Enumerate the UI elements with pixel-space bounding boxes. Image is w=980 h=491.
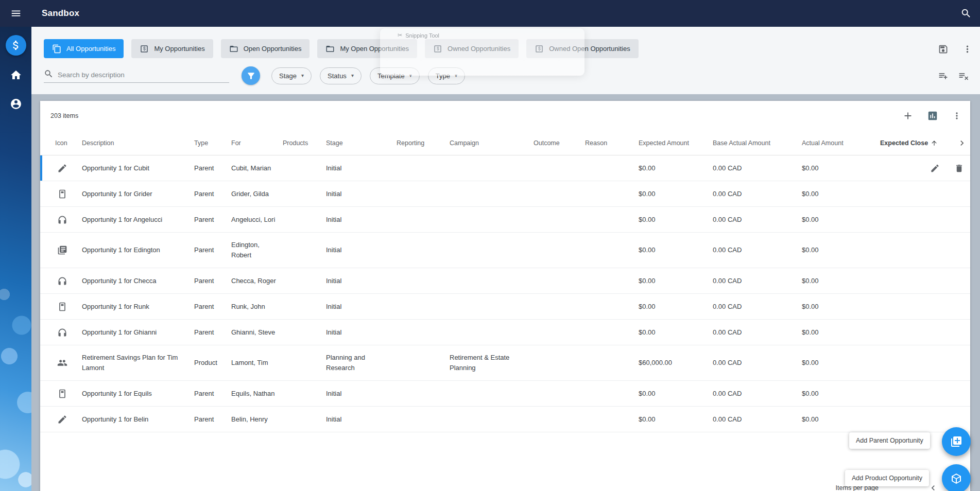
opportunity-row[interactable]: Retirement Savings Plan for Tim LamontPr… xyxy=(40,345,970,381)
app-title: Sandbox xyxy=(42,8,79,19)
clear-filters-button[interactable] xyxy=(958,71,969,81)
cell-reporting xyxy=(397,161,450,176)
cell-reporting xyxy=(397,387,450,401)
view-tab-owned-open-opportunities[interactable]: Owned Open Opportunities xyxy=(526,39,639,58)
delete-row-button[interactable] xyxy=(954,163,964,173)
column-header-products[interactable]: Products xyxy=(283,139,326,147)
cell-products xyxy=(283,300,326,314)
cell-type: Parent xyxy=(194,294,231,319)
column-header-type[interactable]: Type xyxy=(194,139,231,147)
column-header-for[interactable]: For xyxy=(231,139,283,147)
opportunity-row[interactable]: Opportunity 1 for EquilsParentEquils, Na… xyxy=(40,381,970,407)
home-nav-button[interactable] xyxy=(7,66,25,84)
add-filter-button[interactable] xyxy=(938,71,949,81)
global-search-button[interactable] xyxy=(960,8,972,19)
add-product-opportunity-fab[interactable] xyxy=(942,464,971,491)
chevron-down-icon: ▾ xyxy=(351,73,354,78)
add-item-button[interactable] xyxy=(902,110,914,121)
column-header-expected-amount[interactable]: Expected Amount xyxy=(639,139,713,147)
view-tab-label: My Open Opportunities xyxy=(340,45,409,52)
column-header-base-actual-amount[interactable]: Base Actual Amount xyxy=(713,139,802,147)
cell-expected-close xyxy=(880,274,952,288)
add-parent-opportunity-fab[interactable] xyxy=(942,427,971,456)
chart-view-button[interactable] xyxy=(927,110,938,121)
cell-outcome xyxy=(534,213,585,227)
column-header-outcome[interactable]: Outcome xyxy=(534,139,585,147)
cell-campaign xyxy=(450,412,534,427)
column-header-expected-close[interactable]: Expected Close xyxy=(880,139,952,147)
column-header-description[interactable]: Description xyxy=(82,139,194,147)
cell-base-actual-amount: 0.00 CAD xyxy=(713,320,802,345)
column-header-reporting[interactable]: Reporting xyxy=(397,139,450,147)
row-actions-cell xyxy=(952,387,967,401)
row-type-icon-cell xyxy=(55,215,82,225)
column-header-campaign[interactable]: Campaign xyxy=(450,139,534,147)
chevron-left-icon xyxy=(928,483,938,491)
filter-icon xyxy=(246,71,256,81)
cell-base-actual-amount: 0.00 CAD xyxy=(713,381,802,406)
stack-icon xyxy=(52,44,61,54)
save-view-button[interactable] xyxy=(938,44,949,55)
people-icon xyxy=(57,358,67,368)
view-tabs-row: All OpportunitiesMy OpportunitiesOpen Op… xyxy=(31,27,980,58)
column-label: Reporting xyxy=(397,139,424,147)
view-tab-all-opportunities[interactable]: All Opportunities xyxy=(44,39,124,58)
opportunity-row[interactable]: Opportunity 1 for CubitParentCubit, Mari… xyxy=(40,155,970,181)
row-actions-cell xyxy=(952,412,967,427)
cell-campaign xyxy=(450,161,534,176)
column-label: Description xyxy=(82,139,114,147)
column-label: Campaign xyxy=(450,139,479,147)
opportunity-row[interactable]: Opportunity 1 for AngelucciParentAngeluc… xyxy=(40,207,970,233)
view-options-button[interactable] xyxy=(962,44,973,55)
cell-campaign xyxy=(450,387,534,401)
view-tab-open-opportunities[interactable]: Open Opportunities xyxy=(221,39,310,58)
filter-dropdown-type[interactable]: Type▾ xyxy=(428,67,465,84)
cell-base-actual-amount: 0.00 CAD xyxy=(713,269,802,293)
column-header-reason[interactable]: Reason xyxy=(585,139,639,147)
view-tab-label: All Opportunities xyxy=(66,45,115,52)
filter-button[interactable] xyxy=(242,66,260,85)
opportunity-row[interactable]: Opportunity 1 for GriderParentGrider, Gi… xyxy=(40,181,970,207)
search-input[interactable] xyxy=(58,71,229,79)
cell-reporting xyxy=(397,274,450,288)
column-header-stage[interactable]: Stage xyxy=(326,139,397,147)
filter-dropdown-stage[interactable]: Stage▾ xyxy=(271,67,312,84)
opportunity-row[interactable]: Opportunity 1 for RunkParentRunk, JohnIn… xyxy=(40,294,970,320)
previous-page-button[interactable] xyxy=(928,483,938,491)
cell-reporting xyxy=(397,356,450,370)
menu-button[interactable] xyxy=(0,8,31,19)
filter-dropdown-template[interactable]: Template▾ xyxy=(370,67,420,84)
folder-icon xyxy=(325,44,335,54)
view-tab-my-opportunities[interactable]: My Opportunities xyxy=(131,39,213,58)
cell-campaign xyxy=(450,325,534,340)
contacts-nav-button[interactable] xyxy=(7,95,25,113)
filter-dropdown-status[interactable]: Status▾ xyxy=(320,67,362,84)
opportunity-row[interactable]: Opportunity 1 for CheccaParentChecca, Ro… xyxy=(40,268,970,294)
cell-reason xyxy=(585,356,639,370)
edit-row-button[interactable] xyxy=(930,163,940,173)
row-actions-cell xyxy=(952,213,967,227)
main-content: All OpportunitiesMy OpportunitiesOpen Op… xyxy=(31,27,980,491)
opportunity-row[interactable]: Opportunity 1 for BelinParentBelin, Henr… xyxy=(40,407,970,432)
cell-expected-close xyxy=(880,213,952,227)
search-field[interactable] xyxy=(44,69,229,83)
cell-reporting xyxy=(397,412,450,427)
cell-expected-amount: $0.00 xyxy=(639,207,713,232)
opportunities-nav-button[interactable] xyxy=(6,35,26,56)
grid-options-button[interactable] xyxy=(952,111,962,121)
view-tab-label: Owned Open Opportunities xyxy=(549,45,630,52)
view-tab-owned-opportunities[interactable]: Owned Opportunities xyxy=(425,39,519,58)
cell-campaign xyxy=(450,213,534,227)
cell-expected-amount: $0.00 xyxy=(639,294,713,319)
opportunity-row[interactable]: Opportunity 1 for GhianniParentGhianni, … xyxy=(40,320,970,345)
row-actions-cell xyxy=(952,243,967,257)
scroll-columns-right-button[interactable] xyxy=(952,138,967,148)
cell-actual-amount: $0.00 xyxy=(802,269,880,293)
cell-outcome xyxy=(534,387,585,401)
opportunity-row[interactable]: Opportunity 1 for EdingtonParentEdington… xyxy=(40,233,970,268)
column-header-icon[interactable]: Icon xyxy=(55,139,82,147)
cell-for: Ghianni, Steve xyxy=(231,320,283,345)
column-header-actual-amount[interactable]: Actual Amount xyxy=(802,139,880,147)
cell-stage: Initial xyxy=(326,320,397,345)
view-tab-my-open-opportunities[interactable]: My Open Opportunities xyxy=(317,39,417,58)
